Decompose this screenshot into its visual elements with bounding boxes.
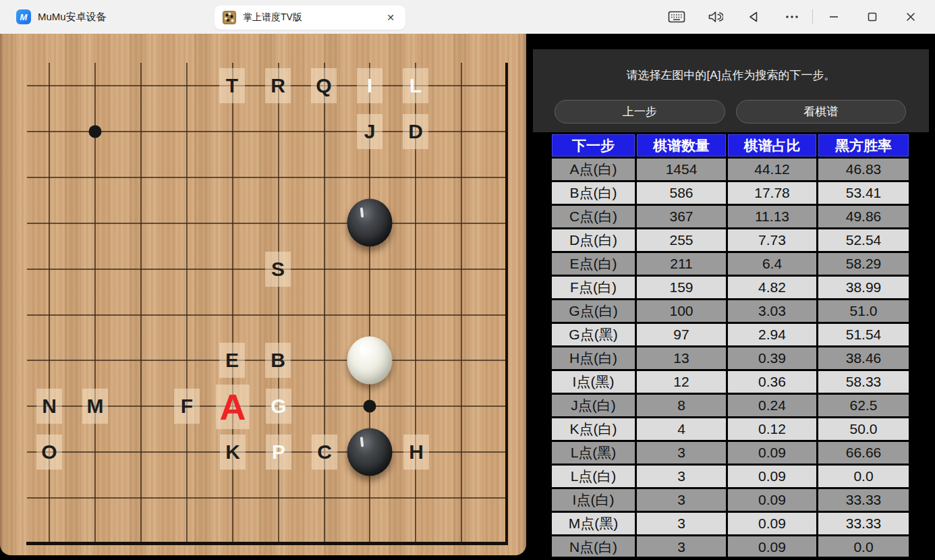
table-cell: G点(黑) xyxy=(552,324,635,345)
emulator-tab[interactable]: 掌上谱度TV版 ✕ xyxy=(215,5,405,30)
board-point-p[interactable]: P xyxy=(266,435,291,470)
table-cell: 53.41 xyxy=(818,182,909,204)
minimize-icon[interactable] xyxy=(814,0,853,34)
table-cell: H点(白) xyxy=(552,347,635,369)
table-header-cell: 棋谱数量 xyxy=(637,134,726,157)
board-point-d[interactable]: D xyxy=(403,114,428,149)
board-point-c[interactable]: C xyxy=(312,435,337,470)
grid-line-vertical xyxy=(186,63,188,543)
table-row[interactable]: F点(白)1594.8238.99 xyxy=(552,277,909,298)
titlebar: M MuMu安卓设备 掌上谱度TV版 ✕ xyxy=(0,0,935,34)
table-cell: 0.09 xyxy=(728,466,816,487)
prompt-panel: 请选择左图中的[A]点作为搜索的下一步。 上一步 看棋谱 xyxy=(533,49,929,132)
stats-table: 下一步棋谱数量棋谱占比黑方胜率A点(白)145444.1246.83B点(白)5… xyxy=(552,134,909,560)
table-cell: 0.36 xyxy=(728,371,816,393)
table-cell: G点(白) xyxy=(552,300,635,322)
table-cell: A点(白) xyxy=(552,159,635,180)
board-point-t[interactable]: T xyxy=(219,68,245,103)
prev-step-button[interactable]: 上一步 xyxy=(555,100,725,123)
close-icon[interactable] xyxy=(891,0,930,34)
board-point-r[interactable]: R xyxy=(265,68,291,103)
table-row[interactable]: L点(黑)30.0966.66 xyxy=(552,442,909,464)
grid-line-horizontal xyxy=(27,314,507,316)
table-cell: 159 xyxy=(637,277,726,298)
grid-line-vertical xyxy=(461,63,462,543)
table-cell: 49.86 xyxy=(818,206,909,227)
table-row[interactable]: E点(白)2116.458.29 xyxy=(552,253,909,275)
table-row[interactable]: M点(黑)30.0933.33 xyxy=(552,513,909,534)
grid-line-horizontal xyxy=(27,497,507,499)
table-cell: 51.0 xyxy=(818,300,909,322)
board-point-l[interactable]: L xyxy=(403,68,428,103)
board-point-m[interactable]: M xyxy=(82,389,108,424)
table-row[interactable]: I点(白)30.0933.33 xyxy=(552,489,909,511)
board-point-h[interactable]: H xyxy=(403,435,429,470)
board-point-j[interactable]: J xyxy=(357,114,382,149)
board-point-a[interactable]: A xyxy=(216,385,250,429)
button-row: 上一步 看棋谱 xyxy=(533,100,929,123)
table-cell: 97 xyxy=(637,324,726,345)
black-stone xyxy=(347,428,393,476)
table-cell: 3 xyxy=(637,442,726,464)
board-point-o[interactable]: O xyxy=(36,435,62,470)
volume-icon[interactable] xyxy=(696,0,734,34)
table-row[interactable]: C点(白)36711.1349.86 xyxy=(552,206,909,227)
table-header-row: 下一步棋谱数量棋谱占比黑方胜率 xyxy=(552,134,909,157)
table-header-cell: 黑方胜率 xyxy=(818,134,909,157)
app-info: M MuMu安卓设备 xyxy=(16,9,107,24)
keyboard-icon[interactable] xyxy=(657,0,696,34)
table-row[interactable]: D点(白)2557.7352.54 xyxy=(552,229,909,251)
board-point-b[interactable]: B xyxy=(265,343,291,378)
grid-line-horizontal xyxy=(27,223,507,224)
table-cell: E点(白) xyxy=(552,253,635,275)
table-cell: 13 xyxy=(637,347,726,369)
back-icon[interactable] xyxy=(734,0,772,34)
table-cell: 11.13 xyxy=(728,206,816,227)
table-cell: K点(白) xyxy=(552,418,635,440)
table-row[interactable]: K点(白)40.1250.0 xyxy=(552,418,909,440)
table-row[interactable]: B点(白)58617.7853.41 xyxy=(552,182,909,204)
board-point-f[interactable]: F xyxy=(174,389,200,424)
tab-close-icon[interactable]: ✕ xyxy=(384,11,397,24)
table-row[interactable]: N点(白)30.090.0 xyxy=(552,536,909,558)
table-cell: 586 xyxy=(637,182,726,204)
board-point-q[interactable]: Q xyxy=(311,68,337,103)
board-point-s[interactable]: S xyxy=(265,252,291,287)
window-controls xyxy=(657,0,930,34)
grid-line-horizontal xyxy=(27,177,507,178)
table-header-cell: 棋谱占比 xyxy=(728,134,816,157)
table-cell: 58.29 xyxy=(818,253,909,275)
table-cell: 4.82 xyxy=(728,277,816,298)
table-cell: F点(白) xyxy=(552,277,635,298)
board-point-e[interactable]: E xyxy=(219,343,245,378)
table-cell: 38.46 xyxy=(818,347,909,369)
go-board[interactable]: TRQILJDSEBNMFAGOKPCH xyxy=(0,34,526,560)
table-cell: 46.83 xyxy=(818,159,909,180)
table-row[interactable]: G点(黑)972.9451.54 xyxy=(552,324,909,345)
view-kifu-button[interactable]: 看棋谱 xyxy=(736,100,907,123)
maximize-icon[interactable] xyxy=(853,0,891,34)
table-row[interactable]: A点(白)145444.1246.83 xyxy=(552,159,909,180)
board-point-g[interactable]: G xyxy=(266,389,291,424)
board-point-n[interactable]: N xyxy=(36,389,62,424)
table-cell: D点(白) xyxy=(552,229,635,251)
more-icon[interactable] xyxy=(772,0,811,34)
table-row[interactable]: G点(白)1003.0351.0 xyxy=(552,300,909,322)
table-cell: 0.09 xyxy=(728,442,816,464)
grid-line-vertical xyxy=(278,63,279,543)
table-row[interactable]: I点(黑)120.3658.33 xyxy=(552,371,909,393)
table-cell: 44.12 xyxy=(728,159,816,180)
table-cell: 255 xyxy=(637,229,726,251)
board-point-i[interactable]: I xyxy=(357,68,382,103)
table-row[interactable]: L点(白)30.090.0 xyxy=(552,466,909,487)
table-cell: 3 xyxy=(637,489,726,511)
star-point xyxy=(89,125,102,138)
emulator-window: M MuMu安卓设备 掌上谱度TV版 ✕ xyxy=(0,0,935,560)
board-point-k[interactable]: K xyxy=(220,435,246,470)
table-cell: L点(黑) xyxy=(552,442,635,464)
table-cell: 17.78 xyxy=(728,182,816,204)
table-row[interactable]: J点(白)80.2462.5 xyxy=(552,395,909,416)
table-cell: 0.24 xyxy=(728,395,816,416)
table-row[interactable]: H点(白)130.3938.46 xyxy=(552,347,909,369)
table-cell: 6.4 xyxy=(728,253,816,275)
